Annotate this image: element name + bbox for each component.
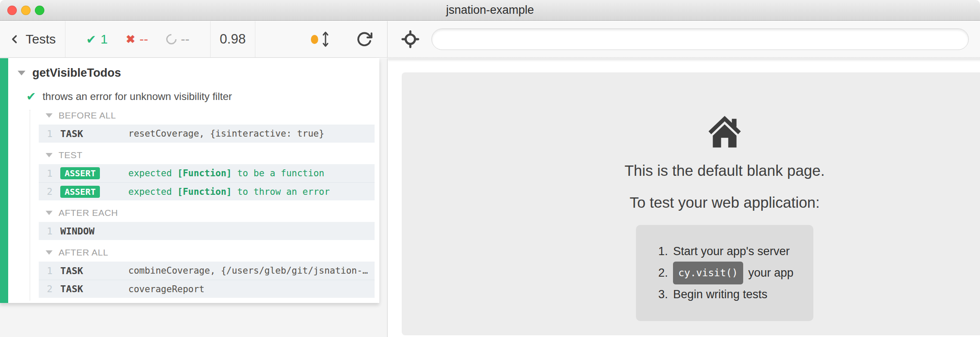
titlebar: jsnation-example xyxy=(0,0,980,21)
zoom-window-button[interactable] xyxy=(35,6,44,15)
blank-page-heading: This is the default blank page. xyxy=(624,162,825,179)
app-window: jsnation-example Tests ✔ 1 ✖ -- xyxy=(0,0,980,337)
hooks-list: BEFORE ALL 1 TASK resetCoverage, {isinte… xyxy=(30,110,379,300)
close-window-button[interactable] xyxy=(7,6,17,15)
command-number: 2 xyxy=(39,186,60,197)
window-title: jsnation-example xyxy=(446,3,534,17)
test-passed-check-icon: ✔ xyxy=(26,90,36,103)
assert-message: expected [Function] to throw an error xyxy=(128,187,375,197)
hook-label: AFTER ALL xyxy=(59,247,108,258)
minimize-window-button[interactable] xyxy=(21,6,31,15)
failed-count: -- xyxy=(140,32,148,47)
app-preview-panel: This is the default blank page. To test … xyxy=(388,58,980,337)
viewport-indicator[interactable] xyxy=(311,31,329,47)
stat-pending: -- xyxy=(166,32,189,47)
back-to-tests-button[interactable]: Tests xyxy=(0,21,65,57)
assert-subject: [Function] xyxy=(177,168,232,178)
command-row[interactable]: 2 ASSERT expected [Function] to throw an… xyxy=(39,182,375,200)
back-to-tests-label: Tests xyxy=(25,32,56,47)
viewport-section xyxy=(255,21,387,57)
hook-label: TEST xyxy=(59,150,83,160)
command-rows: 1 TASK resetCoverage, {isinteractive: tr… xyxy=(39,125,375,143)
command-number: 1 xyxy=(39,265,60,276)
hook-header-after-all[interactable]: AFTER ALL xyxy=(46,247,379,258)
command-row[interactable]: 1 TASK resetCoverage, {isinteractive: tr… xyxy=(39,125,375,143)
step-item: 3. Begin writing tests xyxy=(651,284,794,305)
command-rows: 1 TASK combineCoverage, {/users/gleb/git… xyxy=(39,262,375,298)
viewport-resize-icon xyxy=(322,31,329,47)
toolbar-right xyxy=(388,21,980,57)
blank-page-subheading: To test your web application: xyxy=(630,194,820,211)
test-duration: 0.98 xyxy=(211,21,255,57)
hook-header-test[interactable]: TEST xyxy=(46,150,379,161)
collapse-caret-icon xyxy=(18,71,25,75)
suite-header[interactable]: getVisibleTodos xyxy=(18,64,379,81)
reporter-panel: getVisibleTodos ✔ throws an error for un… xyxy=(0,58,388,337)
command-row[interactable]: 2 TASK coverageReport xyxy=(39,280,375,298)
traffic-lights xyxy=(7,6,44,15)
url-input[interactable] xyxy=(431,28,969,50)
step-number: 3. xyxy=(651,284,668,305)
collapse-caret-icon xyxy=(46,153,53,157)
collapse-caret-icon xyxy=(46,211,53,215)
viewport-dot-icon xyxy=(311,35,318,44)
step-number: 2. xyxy=(651,263,668,283)
crosshair-icon xyxy=(401,30,419,48)
hook-label: AFTER EACH xyxy=(59,208,118,218)
command-row[interactable]: 1 WINDOW xyxy=(39,222,375,240)
command-rows: 1 WINDOW xyxy=(39,222,375,240)
assert-badge: ASSERT xyxy=(60,186,100,198)
selector-playground-button[interactable] xyxy=(401,30,419,48)
getting-started-box: 1. Start your app's server 2. cy.visit()… xyxy=(636,225,813,321)
command-type: TASK xyxy=(60,265,128,276)
stat-passed: ✔ 1 xyxy=(86,32,108,47)
test-row[interactable]: ✔ throws an error for unknown visibility… xyxy=(26,89,379,104)
command-type: TASK xyxy=(60,284,128,294)
command-message: resetCoverage, {isinteractive: true} xyxy=(128,128,375,139)
home-icon xyxy=(707,114,743,148)
passed-check-icon: ✔ xyxy=(86,32,96,47)
assert-subject: [Function] xyxy=(177,187,232,197)
command-type: WINDOW xyxy=(60,226,128,237)
command-number: 2 xyxy=(39,284,60,294)
command-row[interactable]: 1 ASSERT expected [Function] to be a fun… xyxy=(39,164,375,182)
command-type: TASK xyxy=(60,128,128,139)
hook-header-after-each[interactable]: AFTER EACH xyxy=(46,207,379,218)
failed-x-icon: ✖ xyxy=(126,33,135,46)
command-message: coverageReport xyxy=(128,284,375,294)
command-row[interactable]: 1 TASK combineCoverage, {/users/gleb/git… xyxy=(39,262,375,280)
command-number: 1 xyxy=(39,168,60,179)
pending-count: -- xyxy=(181,32,189,47)
step-text: Begin writing tests xyxy=(673,284,767,305)
test-stats: ✔ 1 ✖ -- -- xyxy=(65,21,211,57)
test-name: throws an error for unknown visibility f… xyxy=(43,90,232,103)
collapse-caret-icon xyxy=(46,113,53,118)
toolbar-left: Tests ✔ 1 ✖ -- -- 0.98 xyxy=(0,21,388,57)
command-rows: 1 ASSERT expected [Function] to be a fun… xyxy=(39,164,375,200)
command-number: 1 xyxy=(39,128,60,139)
command-number: 1 xyxy=(39,226,60,237)
command-type: ASSERT xyxy=(60,186,128,198)
hook-header-before-all[interactable]: BEFORE ALL xyxy=(46,110,379,121)
toolbar: Tests ✔ 1 ✖ -- -- 0.98 xyxy=(0,21,980,58)
pending-circle-icon xyxy=(164,32,179,47)
step-text: Start your app's server xyxy=(673,241,790,262)
command-message: combineCoverage, {/users/gleb/git/jsnati… xyxy=(128,265,375,276)
step-text: your app xyxy=(748,263,794,283)
hook-label: BEFORE ALL xyxy=(59,110,116,121)
cy-visit-code-chip: cy.visit() xyxy=(673,262,743,284)
step-item: 2. cy.visit() your app xyxy=(651,262,794,284)
suite-title: getVisibleTodos xyxy=(32,66,121,80)
assert-message: expected [Function] to be a function xyxy=(128,168,375,178)
collapse-caret-icon xyxy=(46,250,53,255)
aut-iframe: This is the default blank page. To test … xyxy=(402,72,980,335)
step-number: 1. xyxy=(651,241,668,262)
refresh-icon[interactable] xyxy=(356,31,372,47)
command-type: ASSERT xyxy=(60,167,128,179)
passed-count: 1 xyxy=(101,32,108,47)
assert-badge: ASSERT xyxy=(60,167,100,179)
chevron-left-icon xyxy=(9,33,20,46)
step-item: 1. Start your app's server xyxy=(651,241,794,262)
spec-report-card: getVisibleTodos ✔ throws an error for un… xyxy=(0,58,379,303)
stat-failed: ✖ -- xyxy=(126,32,148,47)
